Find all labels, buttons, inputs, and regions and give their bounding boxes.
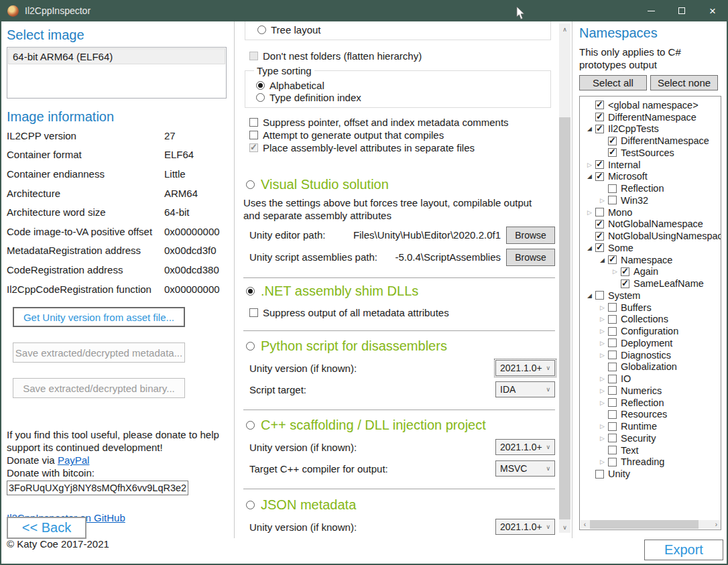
select-all-button[interactable]: Select all	[579, 75, 647, 90]
tree-item-checkbox[interactable]	[608, 375, 617, 383]
browse-editor-path-button[interactable]: Browse	[506, 227, 555, 244]
tree-item-checkbox[interactable]	[608, 327, 617, 336]
tree-expander-icon[interactable]	[584, 209, 595, 216]
tree-item-checkbox[interactable]	[608, 386, 617, 395]
namespaces-tree[interactable]: <global namespace> DifferentNamespace Il…	[579, 96, 721, 530]
cpp-unity-version-dropdown[interactable]: 2021.1.0+ ∨	[495, 439, 555, 455]
scroll-down-icon[interactable]: ∨	[559, 521, 570, 533]
maximize-button[interactable]	[666, 0, 697, 21]
tree-item-checkbox[interactable]	[595, 291, 604, 300]
script-target-dropdown[interactable]: IDA ∨	[495, 381, 555, 397]
scrollbar-thumb[interactable]	[590, 520, 699, 529]
image-listbox[interactable]: 64-bit ARM64 (ELF64)	[7, 47, 227, 99]
suppress-metadata-checkbox[interactable]	[249, 308, 258, 317]
tree-expander-icon[interactable]	[597, 352, 608, 359]
suppress-metadata-option[interactable]: Suppress output of all metadata attribut…	[249, 306, 555, 319]
tree-item[interactable]: Unity	[580, 468, 721, 480]
tree-item[interactable]: SameLeafName	[580, 277, 721, 290]
tree-item[interactable]: Diagnostics	[580, 349, 721, 361]
option-checkbox[interactable]	[249, 143, 258, 152]
tree-item[interactable]: Numerics	[580, 385, 721, 397]
type-definition-index-option[interactable]: Type definition index	[256, 91, 550, 103]
tree-item[interactable]: Namespace	[580, 254, 721, 266]
alphabetical-radio[interactable]	[256, 81, 265, 90]
tree-expander-icon[interactable]	[597, 435, 608, 442]
option-checkbox[interactable]	[249, 118, 258, 127]
alphabetical-option[interactable]: Alphabetical	[256, 79, 550, 91]
tree-item[interactable]: Reflection	[580, 397, 721, 409]
save-binary-button[interactable]: Save extracted/decrypted binary...	[13, 378, 185, 398]
tree-horizontal-scrollbar[interactable]: ‹ ›	[581, 520, 721, 529]
cpp-compiler-dropdown[interactable]: MSVC ∨	[495, 460, 555, 477]
tree-expander-icon[interactable]	[597, 375, 608, 382]
tree-item[interactable]: TestSources	[580, 147, 721, 159]
tree-item-checkbox[interactable]	[608, 315, 617, 324]
tree-expander-icon[interactable]	[584, 245, 595, 251]
option-checkbox-row[interactable]: Suppress pointer, offset and index metad…	[249, 116, 555, 129]
scroll-left-icon[interactable]: ‹	[581, 520, 589, 529]
export-button[interactable]: Export	[644, 540, 723, 560]
tree-expander-icon[interactable]	[609, 268, 621, 275]
scroll-up-icon[interactable]: ∧	[559, 23, 570, 35]
tree-item[interactable]: Globalization	[580, 361, 721, 373]
tree-item-checkbox[interactable]	[608, 410, 617, 419]
tree-item[interactable]: Security	[580, 432, 721, 444]
tree-layout-radio[interactable]	[257, 25, 266, 34]
tree-item-checkbox[interactable]	[608, 446, 617, 454]
tree-expander-icon[interactable]	[597, 340, 608, 347]
tree-expander-icon[interactable]	[584, 162, 595, 168]
json-metadata-section-header[interactable]: JSON metadata	[246, 496, 555, 514]
tree-expander-icon[interactable]	[597, 257, 608, 263]
vs-solution-section-header[interactable]: Visual Studio solution	[246, 176, 555, 194]
close-button[interactable]: ×	[697, 0, 728, 21]
tree-item[interactable]: Threading	[580, 456, 721, 468]
image-list-item[interactable]: 64-bit ARM64 (ELF64)	[8, 48, 225, 64]
tree-item[interactable]: Il2CppTests	[580, 123, 721, 135]
back-button[interactable]: << Back	[7, 517, 86, 539]
minimize-button[interactable]	[635, 0, 666, 21]
tree-item[interactable]: Text	[580, 444, 721, 456]
tree-expander-icon[interactable]	[597, 316, 608, 322]
tree-item-checkbox[interactable]	[595, 243, 604, 252]
tree-item[interactable]: Some	[580, 242, 721, 254]
tree-item[interactable]: NotGlobalNamespace	[580, 218, 721, 231]
tree-item-checkbox[interactable]	[595, 470, 604, 479]
tree-item-checkbox[interactable]	[621, 267, 629, 276]
tree-layout-option[interactable]: Tree layout	[257, 23, 550, 36]
tree-item-checkbox[interactable]	[595, 232, 604, 241]
tree-item-checkbox[interactable]	[608, 338, 617, 347]
tree-item-checkbox[interactable]	[595, 113, 604, 121]
tree-item[interactable]: Reflection	[580, 182, 721, 194]
tree-expander-icon[interactable]	[597, 197, 608, 204]
tree-item[interactable]: Configuration	[580, 325, 721, 337]
dont-nest-checkbox[interactable]	[249, 52, 258, 60]
tree-item[interactable]: Internal	[580, 159, 721, 171]
json-metadata-radio[interactable]	[246, 501, 255, 509]
tree-item[interactable]: Buffers	[580, 302, 721, 314]
scroll-right-icon[interactable]: ›	[712, 520, 721, 529]
tree-expander-icon[interactable]	[584, 125, 595, 132]
tree-item[interactable]: Again	[580, 266, 721, 278]
cpp-scaffolding-section-header[interactable]: C++ scaffolding / DLL injection project	[246, 416, 555, 434]
tree-item-checkbox[interactable]	[608, 303, 617, 312]
tree-item[interactable]: Collections	[580, 314, 721, 326]
tree-item[interactable]: IO	[580, 373, 721, 385]
tree-item-checkbox[interactable]	[595, 220, 604, 229]
tree-item[interactable]: System	[580, 290, 721, 302]
vs-solution-radio[interactable]	[246, 180, 255, 189]
dont-nest-option[interactable]: Don't nest folders (flatten hierarchy)	[249, 50, 555, 62]
python-script-section-header[interactable]: Python script for disassemblers	[246, 337, 555, 355]
unity-editor-path-value[interactable]: Files\Unity\Hub\Editor\2020.2.0f1	[325, 229, 506, 241]
tree-expander-icon[interactable]	[597, 304, 608, 311]
tree-item[interactable]: <global namespace>	[580, 99, 721, 111]
select-none-button[interactable]: Select none	[650, 75, 718, 90]
tree-item-checkbox[interactable]	[595, 160, 604, 169]
tree-item-checkbox[interactable]	[608, 351, 617, 359]
browse-assemblies-path-button[interactable]: Browse	[506, 249, 555, 266]
tree-expander-icon[interactable]	[597, 423, 608, 430]
option-checkbox[interactable]	[249, 131, 258, 139]
python-unity-version-dropdown[interactable]: 2021.1.0+ ∨	[495, 360, 555, 376]
type-definition-index-radio[interactable]	[256, 93, 265, 102]
tree-item-checkbox[interactable]	[608, 458, 617, 466]
python-script-radio[interactable]	[246, 342, 255, 351]
